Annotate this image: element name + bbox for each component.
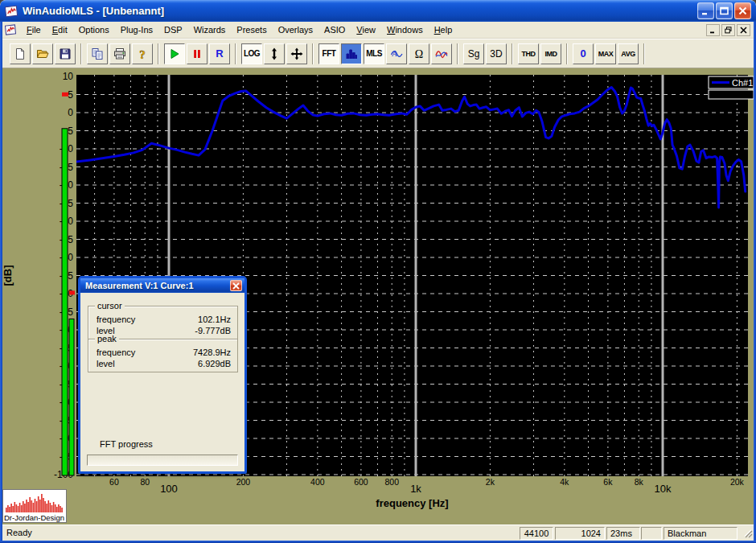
logo-bar xyxy=(18,506,19,512)
mdi-minimize-button[interactable] xyxy=(706,24,720,36)
cursor-frequency-row: frequency 102.1Hz xyxy=(97,314,231,325)
logo-bar xyxy=(29,497,31,512)
reset-button[interactable]: 0 xyxy=(573,43,594,64)
transfer-function-button[interactable]: A xyxy=(386,43,407,64)
toolbar-separator xyxy=(235,43,236,64)
record-button[interactable]: R xyxy=(209,43,230,64)
pause-icon xyxy=(191,47,203,60)
logo-bar xyxy=(48,500,50,512)
logo-bar xyxy=(7,505,9,512)
logo-bar xyxy=(6,508,7,512)
dialog-close-button[interactable] xyxy=(230,280,242,291)
vertical-zoom-button[interactable] xyxy=(264,43,285,64)
menu-item-help[interactable]: Help xyxy=(429,23,458,37)
x-tick-label: 200 xyxy=(236,477,251,487)
copy-icon xyxy=(91,47,104,60)
menu-bar: FileEditOptionsPlug-InsDSPWizardsPresets… xyxy=(2,22,754,39)
new-button[interactable] xyxy=(10,43,31,64)
x-tick-label: 6k xyxy=(603,477,613,487)
x-tick-label: 400 xyxy=(310,477,325,487)
x-tick-label: 60 xyxy=(109,477,119,487)
play-button[interactable] xyxy=(164,43,185,64)
menu-item-windows[interactable]: Windows xyxy=(381,23,429,37)
legend-box-empty xyxy=(709,90,754,99)
brand-logo: Dr-Jordan-Design xyxy=(2,489,67,523)
thd-button[interactable]: THD xyxy=(518,43,539,64)
app-window: WinAudioMLS - [Unbenannt] FileEditOption… xyxy=(0,0,756,543)
average-button[interactable]: AVG xyxy=(618,43,639,64)
measurement-dialog: Measurement V:1 Curve:1 cursor frequency… xyxy=(78,276,247,474)
save-button[interactable] xyxy=(55,43,76,64)
peak-level-label: level xyxy=(97,358,115,369)
close-button[interactable] xyxy=(734,2,751,19)
x-tick-label: 1k xyxy=(410,483,421,495)
logo-bar xyxy=(60,506,61,512)
peak-level-row: level 6.929dB xyxy=(97,358,231,369)
x-axis-title: frequency [Hz] xyxy=(376,497,448,509)
menu-item-plug-ins[interactable]: Plug-Ins xyxy=(115,23,158,37)
impedance-button[interactable]: Ω xyxy=(409,43,429,64)
window-title: WinAudioMLS - [Unbenannt] xyxy=(23,5,164,17)
logo-bar xyxy=(26,500,27,512)
menu-item-view[interactable]: View xyxy=(351,23,381,37)
status-panel-1: 44100 xyxy=(520,527,553,540)
logo-bar xyxy=(58,504,60,512)
print-button[interactable] xyxy=(109,43,130,64)
cursor-frequency-value: 102.1Hz xyxy=(198,314,231,325)
resize-grip[interactable] xyxy=(742,528,753,540)
fft-button[interactable]: FFT xyxy=(318,43,339,64)
save-floppy-icon xyxy=(59,47,72,60)
menu-item-dsp[interactable]: DSP xyxy=(158,23,188,37)
spectrum-button[interactable] xyxy=(341,43,362,64)
max-hold-button[interactable]: MAX xyxy=(595,43,616,64)
menu-item-presets[interactable]: Presets xyxy=(231,23,272,37)
help-button[interactable]: ? xyxy=(132,43,153,64)
signal-generator-button[interactable]: Sg xyxy=(463,43,484,64)
menu-items: FileEditOptionsPlug-InsDSPWizardsPresets… xyxy=(21,23,458,37)
logo-bar xyxy=(10,504,12,512)
imd-button[interactable]: IMD xyxy=(540,43,561,64)
toolbar-separator xyxy=(312,43,314,64)
open-folder-icon xyxy=(36,47,49,60)
y-tick-label: 5 xyxy=(68,89,73,101)
svg-text:Ω: Ω xyxy=(415,48,423,60)
mdi-restore-button[interactable] xyxy=(721,24,735,36)
thd-label: THD xyxy=(522,50,536,58)
imd-label: IMD xyxy=(545,50,557,58)
x-tick-label: 800 xyxy=(384,477,399,487)
move-cross-icon xyxy=(290,47,303,60)
vertical-arrows-icon xyxy=(268,47,281,60)
title-bar: WinAudioMLS - [Unbenannt] xyxy=(0,0,756,22)
three-d-label: 3D xyxy=(490,48,502,60)
three-d-button[interactable]: 3D xyxy=(486,43,507,64)
x-tick-label: 100 xyxy=(160,483,178,495)
menu-item-edit[interactable]: Edit xyxy=(47,23,73,37)
open-button[interactable] xyxy=(32,43,53,64)
mdi-close-button[interactable] xyxy=(737,24,750,36)
logo-bar xyxy=(55,504,56,512)
svg-text:?: ? xyxy=(139,47,146,60)
log-scale-label: LOG xyxy=(244,49,260,58)
peak-frequency-value: 7428.9Hz xyxy=(193,347,231,358)
toolbar-separator xyxy=(643,43,645,64)
level-meter-bar-1 xyxy=(62,129,68,475)
menu-item-overlays[interactable]: Overlays xyxy=(273,23,318,37)
logo-bar xyxy=(33,503,35,512)
dialog-title-bar[interactable]: Measurement V:1 Curve:1 xyxy=(80,278,244,293)
status-bar: Ready 44100102423msBlackman xyxy=(2,524,754,541)
logo-bar xyxy=(56,507,58,512)
document-icon[interactable] xyxy=(5,24,18,35)
maximize-button[interactable] xyxy=(716,2,733,19)
move-button[interactable] xyxy=(286,43,307,64)
impulse-response-button[interactable] xyxy=(431,43,452,64)
mls-button[interactable]: MLS xyxy=(364,43,384,64)
minimize-button[interactable] xyxy=(697,2,714,19)
logo-bar xyxy=(61,508,63,512)
menu-item-wizards[interactable]: Wizards xyxy=(188,23,232,37)
log-scale-button[interactable]: LOG xyxy=(241,43,262,64)
copy-button[interactable] xyxy=(87,43,108,64)
menu-item-asio[interactable]: ASIO xyxy=(318,23,351,37)
menu-item-file[interactable]: File xyxy=(21,23,47,37)
pause-button[interactable] xyxy=(187,43,207,64)
menu-item-options[interactable]: Options xyxy=(73,23,115,37)
